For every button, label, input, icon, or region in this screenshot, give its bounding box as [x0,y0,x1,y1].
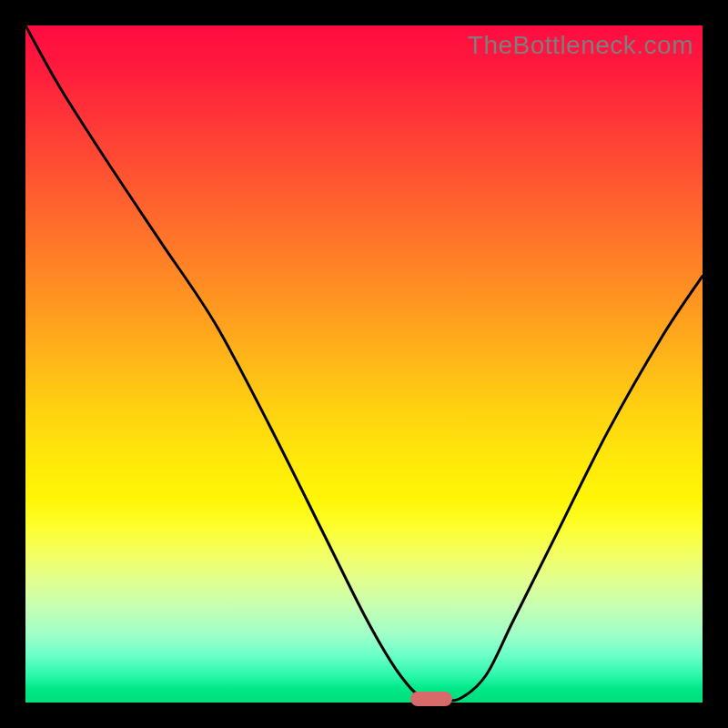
chart-frame: TheBottleneck.com [0,0,728,728]
optimal-marker [410,692,452,706]
bottleneck-curve [25,25,703,703]
plot-area: TheBottleneck.com [25,25,703,703]
